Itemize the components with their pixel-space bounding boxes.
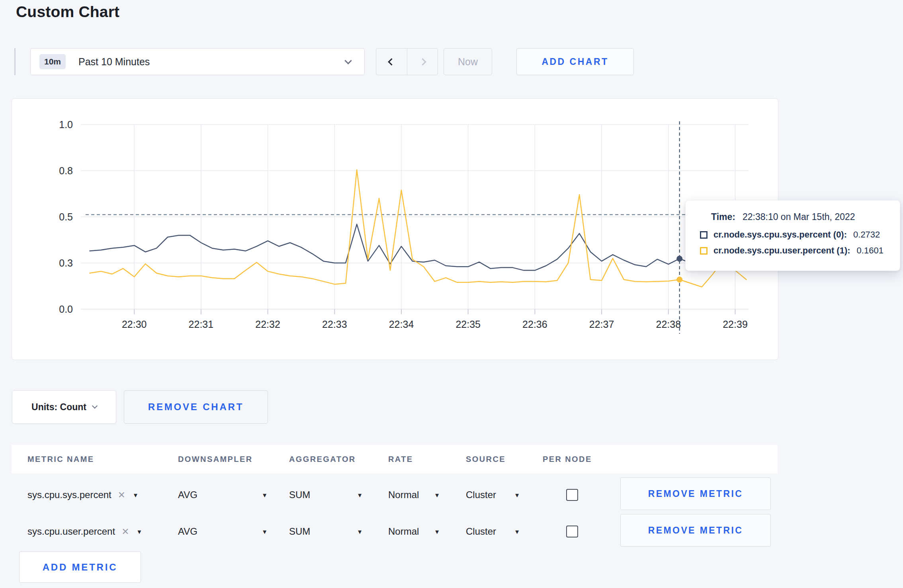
- aggregator-select[interactable]: SUM ▼: [289, 513, 363, 550]
- tooltip-user-value: 0.1601: [857, 245, 883, 256]
- caret-down-icon: ▼: [434, 492, 440, 498]
- svg-text:22:30: 22:30: [122, 319, 147, 330]
- metric-name-label: sys.cpu.user.percent: [27, 526, 115, 537]
- prev-range-button[interactable]: [376, 48, 407, 75]
- tooltip-time-value: 22:38:10 on Mar 15th, 2022: [743, 212, 855, 222]
- caret-down-icon: ▼: [357, 492, 363, 498]
- svg-text:0.8: 0.8: [59, 165, 73, 176]
- metrics-table-header: METRIC NAME DOWNSAMPLER AGGREGATOR RATE …: [12, 445, 778, 473]
- metric-name-select[interactable]: sys.cpu.user.percent ✕ ▼: [27, 513, 142, 550]
- time-range-select[interactable]: 10m Past 10 Minutes: [30, 48, 365, 75]
- chevron-down-icon: [92, 403, 98, 409]
- header-source: SOURCE: [466, 445, 506, 473]
- page-title: Custom Chart: [16, 3, 119, 21]
- svg-text:22:33: 22:33: [322, 319, 347, 330]
- clear-metric-icon[interactable]: ✕: [118, 490, 125, 500]
- chart-card: 0.00.30.50.81.022:3022:3122:3222:3322:34…: [12, 98, 778, 360]
- rate-select[interactable]: Normal ▼: [388, 477, 440, 513]
- units-label: Units: Count: [31, 402, 86, 413]
- downsampler-value: AVG: [178, 489, 197, 500]
- metric-name-select[interactable]: sys.cpu.sys.percent ✕ ▼: [27, 477, 139, 513]
- tooltip-time-label: Time:: [711, 212, 735, 222]
- caret-down-icon: ▼: [262, 528, 268, 535]
- caret-down-icon: ▼: [262, 492, 268, 498]
- tooltip-time-row: Time:22:38:10 on Mar 15th, 2022: [700, 212, 888, 222]
- chart-tooltip: Time:22:38:10 on Mar 15th, 2022 cr.node.…: [685, 200, 900, 271]
- downsampler-select[interactable]: AVG ▼: [178, 513, 268, 550]
- next-range-button[interactable]: [407, 48, 438, 75]
- tooltip-user-row: cr.node.sys.cpu.user.percent (1): 0.1601: [700, 245, 888, 256]
- cpu-line-chart[interactable]: 0.00.30.50.81.022:3022:3122:3222:3322:34…: [12, 99, 779, 360]
- caret-down-icon: ▼: [514, 492, 520, 498]
- now-button[interactable]: Now: [444, 48, 492, 75]
- downsampler-value: AVG: [178, 526, 197, 537]
- per-node-checkbox[interactable]: [566, 526, 578, 537]
- source-select[interactable]: Cluster ▼: [466, 513, 520, 550]
- svg-text:0.0: 0.0: [59, 304, 73, 315]
- toolbar-divider: [14, 48, 16, 75]
- source-value: Cluster: [466, 489, 496, 500]
- aggregator-value: SUM: [289, 489, 310, 500]
- time-range-badge: 10m: [39, 54, 66, 69]
- chevron-right-icon: [419, 58, 426, 65]
- header-per-node: PER NODE: [543, 445, 592, 473]
- svg-text:22:34: 22:34: [389, 319, 414, 330]
- tooltip-sys-name: cr.node.sys.cpu.sys.percent (0):: [713, 230, 847, 240]
- user-series-swatch-icon: [700, 247, 708, 255]
- aggregator-value: SUM: [289, 526, 310, 537]
- per-node-checkbox[interactable]: [566, 489, 578, 501]
- svg-text:1.0: 1.0: [59, 119, 73, 130]
- tooltip-sys-value: 0.2732: [853, 230, 880, 240]
- aggregator-select[interactable]: SUM ▼: [289, 477, 363, 513]
- rate-value: Normal: [388, 526, 419, 537]
- caret-down-icon: ▼: [514, 528, 520, 535]
- svg-text:22:32: 22:32: [255, 319, 280, 330]
- add-metric-button[interactable]: ADD METRIC: [19, 551, 141, 583]
- svg-text:22:35: 22:35: [455, 319, 481, 330]
- caret-down-icon: ▼: [434, 528, 440, 535]
- svg-text:22:38: 22:38: [656, 319, 681, 330]
- sys-series-swatch-icon: [700, 231, 708, 239]
- caret-down-icon: ▼: [357, 528, 363, 535]
- caret-down-icon: ▼: [136, 528, 142, 535]
- svg-text:22:37: 22:37: [589, 319, 614, 330]
- time-range-label: Past 10 Minutes: [78, 56, 150, 68]
- svg-text:22:36: 22:36: [522, 319, 547, 330]
- tooltip-user-name: cr.node.sys.cpu.user.percent (1):: [713, 245, 850, 256]
- time-nav-group: [376, 48, 438, 75]
- svg-text:22:39: 22:39: [723, 319, 748, 330]
- custom-chart-page: Custom Chart 10m Past 10 Minutes Now ADD…: [0, 0, 903, 588]
- chevron-left-icon: [388, 58, 395, 65]
- source-select[interactable]: Cluster ▼: [466, 477, 520, 513]
- metric-name-label: sys.cpu.sys.percent: [27, 489, 111, 500]
- svg-text:22:31: 22:31: [189, 319, 214, 330]
- header-aggregator: AGGREGATOR: [289, 445, 356, 473]
- tooltip-sys-row: cr.node.sys.cpu.sys.percent (0): 0.2732: [700, 230, 888, 240]
- header-metric-name: METRIC NAME: [27, 445, 94, 473]
- svg-text:0.5: 0.5: [59, 211, 73, 222]
- clear-metric-icon[interactable]: ✕: [121, 526, 129, 537]
- header-rate: RATE: [388, 445, 413, 473]
- remove-metric-button-sys[interactable]: REMOVE METRIC: [620, 477, 771, 510]
- downsampler-select[interactable]: AVG ▼: [178, 477, 268, 513]
- rate-select[interactable]: Normal ▼: [388, 513, 440, 550]
- source-value: Cluster: [466, 526, 496, 537]
- header-downsampler: DOWNSAMPLER: [178, 445, 253, 473]
- remove-chart-button[interactable]: REMOVE CHART: [124, 390, 268, 424]
- svg-text:0.3: 0.3: [59, 257, 73, 269]
- add-chart-button[interactable]: ADD CHART: [516, 48, 634, 75]
- chevron-down-icon: [344, 57, 352, 64]
- caret-down-icon: ▼: [133, 492, 139, 498]
- units-select[interactable]: Units: Count: [12, 390, 116, 424]
- rate-value: Normal: [388, 489, 419, 500]
- remove-metric-button-user[interactable]: REMOVE METRIC: [620, 514, 771, 547]
